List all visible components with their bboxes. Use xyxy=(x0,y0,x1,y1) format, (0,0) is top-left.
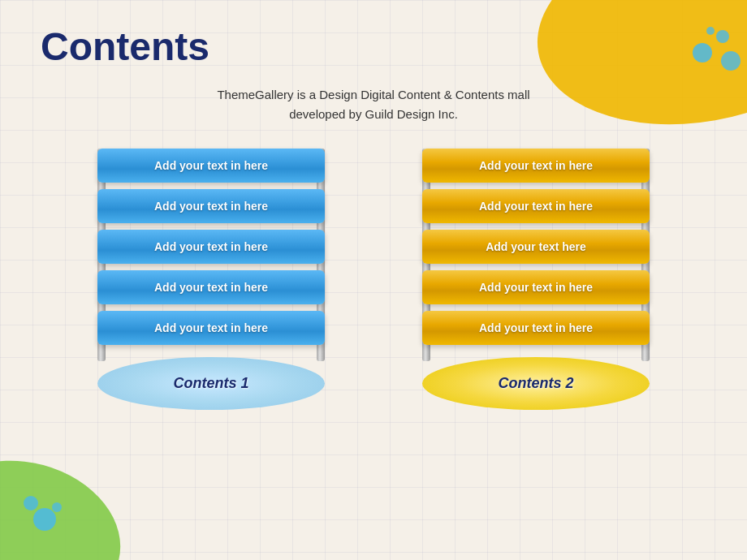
column-1-label: Contents 1 xyxy=(173,375,248,392)
oval-blue: Contents 1 xyxy=(97,357,325,410)
bar-1-3[interactable]: Add your text in here xyxy=(97,230,325,264)
content-area: Contents ThemeGallery is a Design Digita… xyxy=(0,0,747,426)
columns-container: Add your text in here Add your text in h… xyxy=(41,149,706,410)
svg-point-5 xyxy=(0,440,130,560)
bar-1-2[interactable]: Add your text in here xyxy=(97,189,325,223)
oval-label-1: Contents 1 xyxy=(73,357,349,410)
svg-point-6 xyxy=(33,508,56,531)
bar-2-2[interactable]: Add your text in here xyxy=(422,189,650,223)
bar-2-1[interactable]: Add your text in here xyxy=(422,149,650,183)
bar-1-1[interactable]: Add your text in here xyxy=(97,149,325,183)
bar-1-4[interactable]: Add your text in here xyxy=(97,270,325,304)
bar-2-5[interactable]: Add your text in here xyxy=(422,311,650,345)
svg-point-8 xyxy=(52,502,62,512)
bottom-left-decoration xyxy=(0,430,130,560)
bars-container-1: Add your text in here Add your text in h… xyxy=(73,149,349,345)
column-2-label: Contents 2 xyxy=(498,375,573,392)
column-1: Add your text in here Add your text in h… xyxy=(73,149,349,410)
bars-container-2: Add your text in here Add your text in h… xyxy=(398,149,674,345)
oval-orange: Contents 2 xyxy=(422,357,650,410)
bar-2-3[interactable]: Add your text here xyxy=(422,230,650,264)
page-title: Contents xyxy=(41,24,706,69)
column-2: Add your text in here Add your text in h… xyxy=(398,149,674,410)
oval-label-2: Contents 2 xyxy=(398,357,674,410)
bar-1-5[interactable]: Add your text in here xyxy=(97,311,325,345)
svg-point-7 xyxy=(24,496,38,510)
bar-2-4[interactable]: Add your text in here xyxy=(422,270,650,304)
subtitle: ThemeGallery is a Design Digital Content… xyxy=(41,85,706,124)
